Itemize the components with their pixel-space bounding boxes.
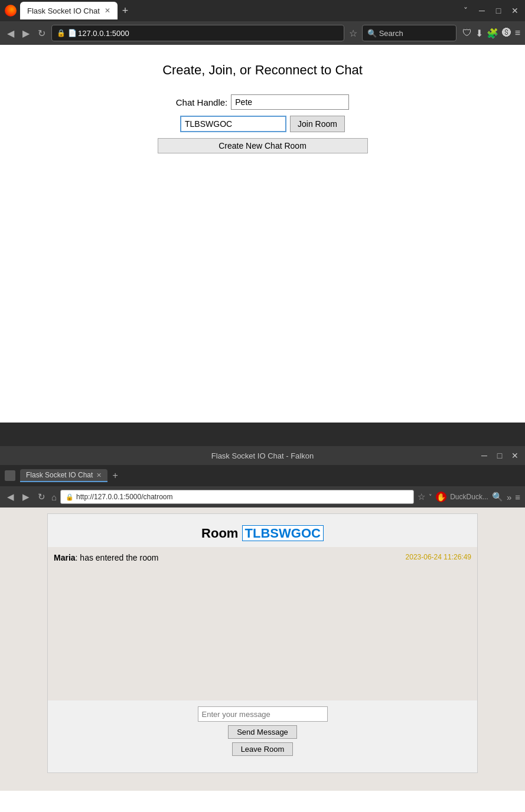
- new-tab-button[interactable]: +: [122, 5, 129, 17]
- chevron-down-icon[interactable]: ˅: [460, 5, 471, 16]
- handle-input[interactable]: [231, 94, 349, 110]
- falkon-browser-window: Flask Socket IO Chat - Falkon ─ □ ✕ Flas…: [0, 446, 525, 791]
- chat-room-heading: Room TLBSWGOC: [48, 514, 477, 547]
- search-label: Search: [379, 29, 403, 38]
- page-icon: 📄: [68, 29, 77, 37]
- falkon-reload-button[interactable]: ↻: [35, 490, 48, 503]
- falkon-chevron-icon[interactable]: ˅: [429, 493, 432, 501]
- join-room-button[interactable]: Join Room: [290, 116, 345, 132]
- falkon-new-tab-button[interactable]: +: [112, 470, 118, 481]
- desktop-gap: [0, 423, 525, 446]
- message-sender: Maria: [54, 553, 76, 562]
- falkon-search-icon[interactable]: 🔍: [492, 492, 503, 502]
- message-input[interactable]: [198, 706, 328, 722]
- address-bar[interactable]: 🔒 📄 127.0.0.1:5000: [51, 25, 344, 41]
- falkon-home-button[interactable]: ⌂: [51, 492, 57, 502]
- leave-room-button[interactable]: Leave Room: [232, 742, 294, 756]
- chat-messages-area[interactable]: Maria: has entered the room 2023-06-24 1…: [48, 547, 477, 700]
- falkon-maximize-button[interactable]: □: [494, 450, 505, 461]
- extension-icon[interactable]: 🧩: [487, 28, 498, 39]
- room-row: Join Room: [180, 116, 345, 132]
- chat-room-container: Room TLBSWGOC Maria: has entered the roo…: [47, 513, 478, 773]
- close-button[interactable]: ✕: [510, 5, 520, 16]
- falkon-toolbar-right: ☆ ˅ ✋ DuckDuck... 🔍 » ≡: [418, 492, 520, 502]
- reload-button[interactable]: ↻: [35, 27, 48, 40]
- falkon-title-bar: Flask Socket IO Chat - Falkon ─ □ ✕: [0, 446, 525, 465]
- firefox-page-content: Create, Join, or Reconnect to Chat Chat …: [0, 45, 525, 423]
- handle-row: Chat Handle:: [176, 94, 350, 110]
- firefox-browser-window: Flask Socket IO Chat ✕ + ˅ ─ □ ✕ ◀ ▶ ↻ 🔒…: [0, 0, 525, 423]
- message-timestamp: 2023-06-24 11:26:49: [406, 553, 471, 561]
- falkon-tab-close-button[interactable]: ✕: [96, 472, 102, 479]
- toolbar-icons: 🛡 ⬇ 🧩 🅢 ≡: [462, 28, 520, 39]
- account-icon[interactable]: 🅢: [502, 28, 511, 38]
- falkon-address-bar[interactable]: 🔒 http://127.0.0.1:5000/chatroom: [60, 490, 414, 504]
- firefox-active-tab[interactable]: Flask Socket IO Chat ✕: [20, 2, 118, 19]
- forward-button[interactable]: ▶: [20, 27, 32, 40]
- firefox-icon: [5, 5, 17, 17]
- back-button[interactable]: ◀: [5, 27, 17, 40]
- room-name: TLBSWGOC: [242, 525, 324, 541]
- room-label: Room: [201, 526, 238, 541]
- window-controls: ˅ ─ □ ✕: [460, 5, 520, 16]
- chat-message-text: Maria: has entered the room: [54, 553, 158, 562]
- falkon-menu-icon[interactable]: ≡: [515, 492, 520, 502]
- falkon-address-text: http://127.0.0.1:5000/chatroom: [76, 493, 172, 501]
- search-icon: 🔍: [367, 29, 377, 38]
- falkon-forward-button[interactable]: ▶: [20, 490, 32, 503]
- falkon-close-button[interactable]: ✕: [510, 450, 520, 461]
- message-body: : has entered the room: [76, 553, 159, 562]
- send-message-button[interactable]: Send Message: [228, 725, 297, 739]
- falkon-browser-icon: [5, 470, 15, 481]
- falkon-ddg-icon: DuckDuck...: [450, 493, 488, 501]
- minimize-button[interactable]: ─: [477, 5, 487, 16]
- falkon-star-icon[interactable]: ☆: [418, 492, 425, 502]
- room-input[interactable]: [180, 116, 286, 132]
- download-icon[interactable]: ⬇: [475, 28, 483, 39]
- chat-input-area: Send Message Leave Room: [48, 700, 477, 762]
- firefox-title-bar: Flask Socket IO Chat ✕ + ˅ ─ □ ✕: [0, 0, 525, 21]
- falkon-lock-icon: 🔒: [66, 493, 74, 501]
- falkon-nav-bar: ◀ ▶ ↻ ⌂ 🔒 http://127.0.0.1:5000/chatroom…: [0, 486, 525, 508]
- falkon-tab-bar: Flask Socket IO Chat ✕ +: [0, 465, 525, 486]
- chat-form: Chat Handle: Join Room Create New Chat R…: [12, 94, 513, 153]
- falkon-active-tab[interactable]: Flask Socket IO Chat ✕: [20, 469, 107, 482]
- falkon-page-area: Room TLBSWGOC Maria: has entered the roo…: [0, 508, 525, 791]
- maximize-button[interactable]: □: [493, 5, 504, 16]
- chat-message-row: Maria: has entered the room 2023-06-24 1…: [54, 553, 471, 562]
- falkon-account-icon[interactable]: ✋: [436, 492, 446, 502]
- falkon-back-button[interactable]: ◀: [5, 490, 17, 503]
- lock-icon: 🔒: [57, 29, 66, 37]
- address-text: 127.0.0.1:5000: [78, 29, 129, 38]
- page-bottom-margin: [0, 773, 525, 791]
- falkon-minimize-button[interactable]: ─: [479, 450, 490, 461]
- falkon-more-button[interactable]: »: [507, 492, 511, 502]
- menu-icon[interactable]: ≡: [515, 28, 520, 38]
- search-bar[interactable]: 🔍 Search: [362, 25, 456, 41]
- pocket-icon[interactable]: 🛡: [462, 28, 472, 38]
- bookmark-star-icon[interactable]: ☆: [349, 28, 357, 39]
- tab-label: Flask Socket IO Chat: [27, 6, 100, 15]
- page-title: Create, Join, or Reconnect to Chat: [12, 63, 513, 78]
- tab-close-button[interactable]: ✕: [105, 6, 110, 15]
- handle-label: Chat Handle:: [176, 97, 228, 107]
- falkon-tab-label: Flask Socket IO Chat: [26, 471, 93, 479]
- falkon-window-title: Flask Socket IO Chat - Falkon: [211, 451, 314, 460]
- firefox-nav-bar: ◀ ▶ ↻ 🔒 📄 127.0.0.1:5000 ☆ 🔍 Search 🛡 ⬇ …: [0, 21, 525, 45]
- falkon-window-controls: ─ □ ✕: [479, 450, 520, 461]
- create-room-button[interactable]: Create New Chat Room: [158, 138, 368, 153]
